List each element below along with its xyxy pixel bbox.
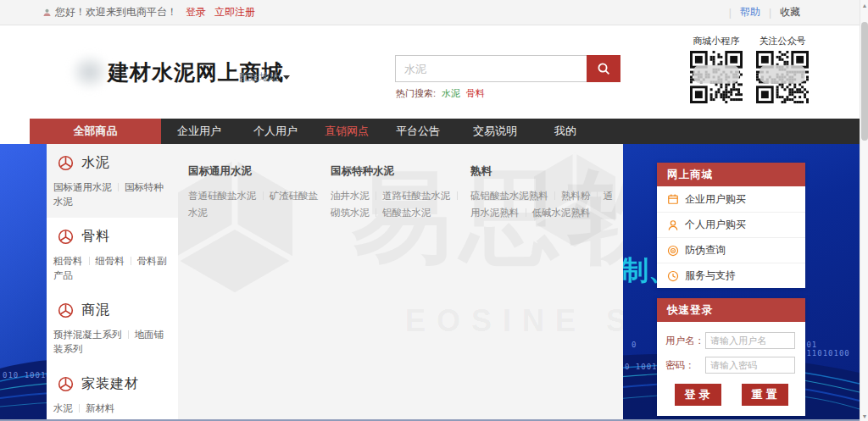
divider [376,208,376,217]
content: 制、 101 011010100 0 0 1001 010 10010 水泥国标… [0,144,860,419]
cube-icon [58,229,74,245]
qr-miniprogram: 商城小程序 [688,35,744,107]
binary-decoration: 101 011010100 [801,341,860,357]
delivery-label: 配送地址 [239,70,280,85]
login-link[interactable]: 登录 [186,5,206,19]
nav-item[interactable]: 平台公告 [380,119,456,144]
qr-group: 商城小程序 关注公众号 [688,35,810,107]
scrollbar-thumb[interactable] [861,22,868,141]
category-title[interactable]: 商混 [47,302,178,319]
username-label: 用户名： [665,335,705,347]
category-section: 水泥国标通用水泥国标特种水泥 [47,144,178,218]
hot-keyword[interactable]: 水泥 [442,88,460,98]
mall-panel-item[interactable]: 企业用户购买 [657,186,805,212]
megamenu-item[interactable]: 铝酸盐水泥 [382,208,431,218]
nav-item[interactable]: 直销网点 [314,119,380,144]
divider [263,191,264,200]
shield-check-icon [667,245,679,257]
search-input[interactable] [395,55,587,82]
qr-code-image [756,91,809,106]
divider: | [769,7,771,19]
nav-item[interactable]: 我的 [534,119,597,144]
category-label: 家装建材 [81,375,139,393]
chevron-down-icon [283,75,290,80]
header: 建材水泥网上商城 配送地址 热门搜索:水泥骨料 商城小程序 关注公众号 [0,26,860,119]
divider [526,208,526,217]
username-field[interactable] [705,332,795,349]
quick-login-title: 快速登录 [657,298,805,322]
megamenu-column: 熟料硫铝酸盐水泥熟料熟料粉通用水泥熟料低碱水泥熟料 [470,144,615,221]
category-sublinks: 水泥新材料 [47,393,178,416]
divider [376,191,376,200]
megamenu-item[interactable]: 硫铝酸盐水泥熟料 [470,191,548,201]
category-title[interactable]: 骨料 [47,228,178,246]
search-icon [597,62,611,76]
site-logo [70,53,110,91]
mall-item-label: 个人用户购买 [685,218,746,232]
subcategory-link[interactable]: 粗骨料 [53,256,83,266]
category-label: 水泥 [81,154,110,172]
register-link[interactable]: 立即注册 [214,5,255,19]
delivery-address-selector[interactable]: 配送地址 [239,70,290,85]
category-title[interactable]: 家装建材 [47,375,178,393]
mall-panel-item[interactable]: 个人用户购买 [657,212,805,237]
mall-panel-item[interactable]: 服务与支持 [657,263,805,288]
clock-icon [667,270,679,282]
quick-login-panel: 快速登录 用户名： 密码： 登录 重置 [657,298,805,416]
search-button[interactable] [587,55,620,82]
watermark-english: EOSINE SOFTW [405,303,623,339]
subcategory-link[interactable]: 水泥 [53,403,73,413]
qr-official-account: 关注公众号 [754,35,810,107]
user-icon [667,219,679,231]
subcategory-link[interactable]: 细骨料 [96,256,125,266]
category-title[interactable]: 水泥 [47,154,178,172]
megamenu-item[interactable]: 熟料粉 [561,191,591,201]
divider [118,183,119,191]
page-scrollbar[interactable]: ▲ ▼ [860,0,868,421]
mall-item-label: 服务与支持 [685,269,736,283]
reset-button[interactable]: 重置 [742,384,788,406]
password-field[interactable] [705,357,795,374]
mall-panel-title: 网上商城 [657,163,805,186]
nav-item[interactable]: 个人用户 [237,119,314,144]
megamenu-column-header[interactable]: 国标通用水泥 [188,144,324,179]
category-section: 骨料粗骨料细骨料骨料副产品 [47,218,178,291]
help-link[interactable]: 帮助 [740,5,760,19]
category-sidebar: 水泥国标通用水泥国标特种水泥骨料粗骨料细骨料骨料副产品商混预拌混凝土系列地面铺装… [47,144,178,419]
megamenu-item[interactable]: 砌筑水泥 [331,208,370,218]
megamenu-item[interactable]: 道路硅酸盐水泥 [382,191,451,201]
login-button[interactable]: 登录 [675,384,721,406]
scroll-up-arrow[interactable]: ▲ [860,0,868,10]
subcategory-link[interactable]: 预拌混凝土系列 [53,330,122,340]
megamenu-item[interactable]: 低碱水泥熟料 [532,208,591,218]
hot-search-label: 热门搜索: [396,88,436,98]
megamenu-column-header[interactable]: 熟料 [470,144,615,179]
nav-item[interactable]: 企业用户 [161,119,237,144]
scroll-down-arrow[interactable]: ▼ [860,411,868,421]
divider [597,191,598,200]
subcategory-link[interactable]: 国标通用水泥 [53,182,112,192]
calendar-icon [667,193,679,205]
mall-panel-item[interactable]: 防伪查询 [657,237,805,263]
category-megamenu: 易思软 EOSINE SOFTW 国标通用水泥普通硅酸盐水泥矿渣硅酸盐水泥国标特… [178,144,623,419]
user-mini-icon [42,8,52,17]
megamenu-item[interactable]: 普通硅酸盐水泥 [188,191,257,201]
page: 您好！欢迎来到电商平台！ 登录 立即注册 | 帮助 | 收藏 建材水泥网上商城 … [0,0,868,421]
megamenu-item[interactable]: 油井水泥 [331,191,370,201]
divider [89,257,90,265]
search-box [395,55,620,82]
divider [457,191,458,200]
nav-item[interactable]: 全部商品 [30,119,161,144]
nav-item[interactable]: 交易说明 [456,119,534,144]
favorite-link[interactable]: 收藏 [780,5,800,19]
megamenu-column-header[interactable]: 国标特种水泥 [331,144,466,179]
cube-icon [58,376,74,392]
megamenu-items: 普通硅酸盐水泥矿渣硅酸盐水泥 [188,187,324,221]
hot-keyword[interactable]: 骨料 [466,88,485,98]
category-label: 骨料 [81,228,110,246]
subcategory-link[interactable]: 新材料 [86,403,115,413]
divider: | [729,7,732,19]
qr-label: 关注公众号 [754,35,810,47]
topbar: 您好！欢迎来到电商平台！ 登录 立即注册 | 帮助 | 收藏 [0,0,860,25]
qr-label: 商城小程序 [688,35,744,47]
